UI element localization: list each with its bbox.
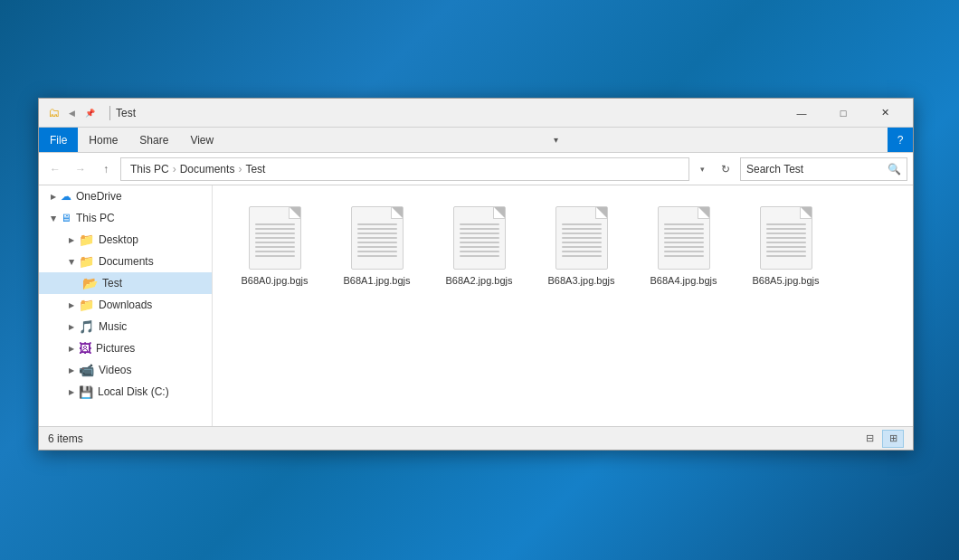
tiles-view-button[interactable]: ⊞ [882, 430, 904, 448]
search-icon[interactable]: 🔍 [888, 163, 901, 176]
file-name: B68A4.jpg.bgjs [650, 274, 717, 287]
sidebar-label-localdisk: Local Disk (C:) [98, 385, 169, 398]
menu-share[interactable]: Share [128, 128, 179, 152]
sidebar-label-thispc: This PC [76, 212, 115, 224]
sidebar-item-downloads[interactable]: ▶ 📁 Downloads [39, 294, 212, 316]
explorer-window: 🗂 ◀ 📌 Test — □ ✕ File Home Share View ▾ … [38, 98, 914, 451]
sidebar-item-test[interactable]: 📂 Test [39, 272, 212, 294]
sidebar: ▶ ☁ OneDrive ▶ 🖥 This PC ▶ 📁 Desktop [39, 185, 213, 426]
menu-view[interactable]: View [179, 128, 224, 152]
file-corner [494, 207, 505, 218]
address-path[interactable]: This PC › Documents › Test [120, 157, 689, 181]
file-item[interactable]: B68A5.jpg.bgjs [738, 200, 833, 292]
path-sep-2: › [238, 163, 242, 176]
sidebar-label-videos: Videos [99, 364, 131, 376]
file-lines [357, 223, 397, 260]
search-box[interactable]: 🔍 [740, 157, 907, 181]
search-input[interactable] [746, 163, 888, 176]
sidebar-item-pictures[interactable]: ▶ 🖼 Pictures [39, 337, 212, 359]
file-lines [562, 223, 602, 260]
close-button[interactable]: ✕ [864, 99, 906, 128]
file-icon [555, 206, 608, 270]
title-separator [109, 106, 110, 120]
list-view-button[interactable]: ⊟ [859, 430, 880, 448]
sidebar-item-thispc[interactable]: ▶ 🖥 This PC [39, 207, 212, 229]
refresh-button[interactable]: ↻ [715, 158, 736, 180]
main-content: ▶ ☁ OneDrive ▶ 🖥 This PC ▶ 📁 Desktop [39, 185, 913, 426]
quick-access-back-icon: ◀ [64, 106, 79, 120]
sidebar-item-documents[interactable]: ▶ 📁 Documents [39, 251, 212, 272]
help-button[interactable]: ? [888, 128, 913, 152]
menu-expand-button[interactable]: ▾ [546, 128, 565, 152]
sidebar-label-documents: Documents [99, 255, 154, 268]
file-area: B68A0.jpg.bgjs B68A1.jpg.bgjs B68A2.jpg.… [213, 185, 913, 426]
expand-arrow-pictures: ▶ [64, 345, 79, 353]
sidebar-label-music: Music [99, 320, 127, 333]
file-icon-container [451, 205, 508, 271]
tiles-view-icon: ⊞ [889, 432, 897, 444]
list-view-icon: ⊟ [866, 432, 874, 444]
path-documents[interactable]: Documents [178, 163, 237, 176]
sidebar-item-desktop[interactable]: ▶ 📁 Desktop [39, 229, 212, 251]
item-count: 6 items [48, 432, 83, 445]
menu-file[interactable]: File [39, 128, 78, 152]
pictures-folder-icon: 🖼 [79, 341, 91, 356]
file-icon-container [553, 205, 611, 271]
status-bar: 6 items ⊟ ⊞ [39, 426, 913, 450]
file-item[interactable]: B68A1.jpg.bgjs [329, 200, 424, 292]
back-button[interactable]: ← [44, 158, 66, 180]
downloads-folder-icon: 📁 [79, 298, 94, 312]
sidebar-label-onedrive: OneDrive [76, 190, 122, 203]
up-button[interactable]: ↑ [95, 158, 117, 180]
expand-arrow-videos: ▶ [64, 366, 79, 375]
videos-folder-icon: 📹 [79, 363, 94, 377]
sidebar-label-pictures: Pictures [96, 342, 135, 355]
file-lines [460, 223, 499, 260]
expand-arrow-thispc: ▶ [50, 211, 58, 225]
sidebar-item-localdisk[interactable]: ▶ 💾 Local Disk (C:) [39, 381, 212, 403]
window-controls: — □ ✕ [781, 99, 906, 128]
file-icon-container [655, 205, 713, 271]
address-bar: ← → ↑ This PC › Documents › Test ▾ ↻ 🔍 [39, 153, 913, 185]
file-item[interactable]: B68A3.jpg.bgjs [534, 200, 629, 292]
file-item[interactable]: B68A2.jpg.bgjs [432, 200, 527, 292]
title-bar-icons: 🗂 ◀ 📌 [46, 106, 97, 120]
test-folder-icon: 📂 [82, 276, 98, 290]
path-dropdown-button[interactable]: ▾ [693, 165, 711, 174]
file-grid: B68A0.jpg.bgjs B68A1.jpg.bgjs B68A2.jpg.… [213, 185, 913, 426]
window-title: Test [116, 107, 781, 119]
path-thispc[interactable]: This PC [128, 163, 171, 176]
sidebar-scroll[interactable]: ▶ ☁ OneDrive ▶ 🖥 This PC ▶ 📁 Desktop [39, 185, 212, 426]
title-bar: 🗂 ◀ 📌 Test — □ ✕ [39, 99, 913, 128]
minimize-button[interactable]: — [781, 99, 822, 128]
path-test[interactable]: Test [243, 163, 267, 176]
file-lines [255, 223, 295, 260]
desktop-folder-icon: 📁 [79, 233, 94, 247]
file-icon [249, 206, 301, 270]
file-item[interactable]: B68A4.jpg.bgjs [636, 200, 731, 292]
file-corner [698, 207, 709, 218]
file-icon-container [348, 205, 406, 271]
file-item[interactable]: B68A0.jpg.bgjs [227, 200, 322, 292]
menu-bar: File Home Share View ▾ ? [39, 128, 913, 153]
expand-arrow-music: ▶ [64, 323, 79, 331]
maximize-button[interactable]: □ [822, 99, 864, 128]
music-folder-icon: 🎵 [79, 319, 94, 334]
file-lines [664, 223, 704, 260]
forward-button[interactable]: → [70, 158, 91, 180]
menu-home[interactable]: Home [78, 128, 128, 152]
file-icon [658, 206, 710, 270]
file-lines [766, 223, 806, 260]
file-corner [290, 207, 300, 218]
sidebar-item-music[interactable]: ▶ 🎵 Music [39, 316, 212, 337]
sidebar-label-test: Test [102, 277, 122, 289]
sidebar-item-onedrive[interactable]: ▶ ☁ OneDrive [39, 185, 212, 207]
expand-arrow-onedrive: ▶ [46, 193, 61, 201]
sidebar-item-videos[interactable]: ▶ 📹 Videos [39, 359, 212, 381]
file-name: B68A0.jpg.bgjs [242, 274, 309, 287]
pin-icon: 📌 [82, 106, 97, 120]
file-name: B68A1.jpg.bgjs [344, 274, 411, 287]
file-name: B68A2.jpg.bgjs [446, 274, 513, 287]
file-corner [801, 207, 812, 218]
drive-icon: 💾 [79, 385, 93, 399]
